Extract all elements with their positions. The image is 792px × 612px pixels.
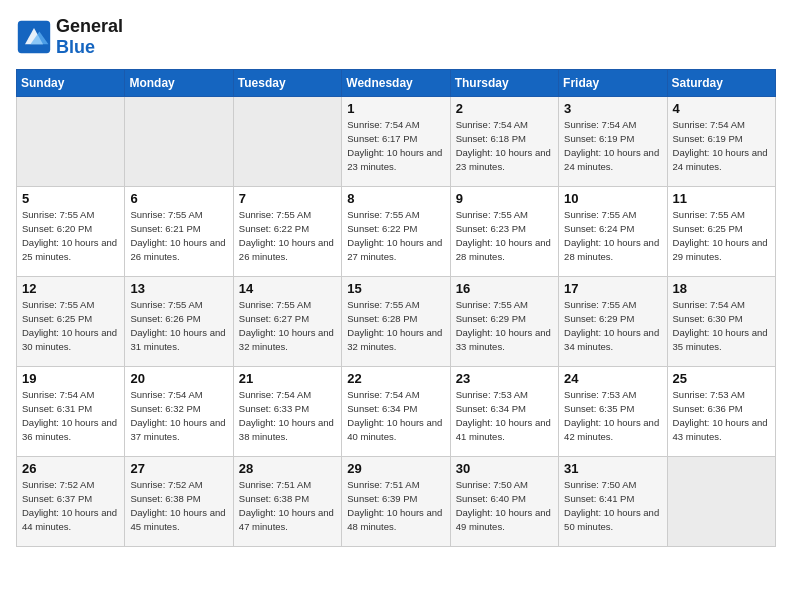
day-info: Sunrise: 7:55 AMSunset: 6:27 PMDaylight:…	[239, 298, 336, 353]
day-number: 28	[239, 461, 336, 476]
day-info: Sunrise: 7:54 AMSunset: 6:30 PMDaylight:…	[673, 298, 770, 353]
calendar-cell: 19Sunrise: 7:54 AMSunset: 6:31 PMDayligh…	[17, 367, 125, 457]
calendar-cell: 30Sunrise: 7:50 AMSunset: 6:40 PMDayligh…	[450, 457, 558, 547]
day-info: Sunrise: 7:51 AMSunset: 6:39 PMDaylight:…	[347, 478, 444, 533]
logo-text-line2: Blue	[56, 37, 123, 58]
day-info: Sunrise: 7:55 AMSunset: 6:29 PMDaylight:…	[456, 298, 553, 353]
calendar-cell: 14Sunrise: 7:55 AMSunset: 6:27 PMDayligh…	[233, 277, 341, 367]
day-info: Sunrise: 7:50 AMSunset: 6:41 PMDaylight:…	[564, 478, 661, 533]
day-info: Sunrise: 7:52 AMSunset: 6:38 PMDaylight:…	[130, 478, 227, 533]
calendar-cell: 15Sunrise: 7:55 AMSunset: 6:28 PMDayligh…	[342, 277, 450, 367]
day-info: Sunrise: 7:53 AMSunset: 6:34 PMDaylight:…	[456, 388, 553, 443]
calendar-cell: 31Sunrise: 7:50 AMSunset: 6:41 PMDayligh…	[559, 457, 667, 547]
day-info: Sunrise: 7:55 AMSunset: 6:24 PMDaylight:…	[564, 208, 661, 263]
calendar-cell: 4Sunrise: 7:54 AMSunset: 6:19 PMDaylight…	[667, 97, 775, 187]
day-number: 26	[22, 461, 119, 476]
calendar-cell: 23Sunrise: 7:53 AMSunset: 6:34 PMDayligh…	[450, 367, 558, 457]
calendar-cell: 17Sunrise: 7:55 AMSunset: 6:29 PMDayligh…	[559, 277, 667, 367]
calendar-week-row: 19Sunrise: 7:54 AMSunset: 6:31 PMDayligh…	[17, 367, 776, 457]
day-info: Sunrise: 7:54 AMSunset: 6:19 PMDaylight:…	[564, 118, 661, 173]
day-number: 1	[347, 101, 444, 116]
calendar-cell: 2Sunrise: 7:54 AMSunset: 6:18 PMDaylight…	[450, 97, 558, 187]
calendar-cell: 24Sunrise: 7:53 AMSunset: 6:35 PMDayligh…	[559, 367, 667, 457]
day-number: 12	[22, 281, 119, 296]
day-info: Sunrise: 7:54 AMSunset: 6:31 PMDaylight:…	[22, 388, 119, 443]
day-number: 11	[673, 191, 770, 206]
weekday-header-wednesday: Wednesday	[342, 70, 450, 97]
day-info: Sunrise: 7:54 AMSunset: 6:19 PMDaylight:…	[673, 118, 770, 173]
calendar-cell	[667, 457, 775, 547]
calendar-cell: 7Sunrise: 7:55 AMSunset: 6:22 PMDaylight…	[233, 187, 341, 277]
day-number: 7	[239, 191, 336, 206]
calendar-cell	[17, 97, 125, 187]
calendar-table: SundayMondayTuesdayWednesdayThursdayFrid…	[16, 69, 776, 547]
day-number: 6	[130, 191, 227, 206]
weekday-header-friday: Friday	[559, 70, 667, 97]
calendar-cell: 11Sunrise: 7:55 AMSunset: 6:25 PMDayligh…	[667, 187, 775, 277]
weekday-header-thursday: Thursday	[450, 70, 558, 97]
day-info: Sunrise: 7:51 AMSunset: 6:38 PMDaylight:…	[239, 478, 336, 533]
calendar-cell: 8Sunrise: 7:55 AMSunset: 6:22 PMDaylight…	[342, 187, 450, 277]
day-number: 19	[22, 371, 119, 386]
calendar-cell: 27Sunrise: 7:52 AMSunset: 6:38 PMDayligh…	[125, 457, 233, 547]
calendar-cell: 21Sunrise: 7:54 AMSunset: 6:33 PMDayligh…	[233, 367, 341, 457]
day-info: Sunrise: 7:55 AMSunset: 6:28 PMDaylight:…	[347, 298, 444, 353]
day-info: Sunrise: 7:54 AMSunset: 6:32 PMDaylight:…	[130, 388, 227, 443]
calendar-cell: 29Sunrise: 7:51 AMSunset: 6:39 PMDayligh…	[342, 457, 450, 547]
calendar-cell	[233, 97, 341, 187]
day-number: 18	[673, 281, 770, 296]
day-number: 4	[673, 101, 770, 116]
day-info: Sunrise: 7:55 AMSunset: 6:23 PMDaylight:…	[456, 208, 553, 263]
day-info: Sunrise: 7:50 AMSunset: 6:40 PMDaylight:…	[456, 478, 553, 533]
calendar-cell: 10Sunrise: 7:55 AMSunset: 6:24 PMDayligh…	[559, 187, 667, 277]
calendar-cell: 9Sunrise: 7:55 AMSunset: 6:23 PMDaylight…	[450, 187, 558, 277]
day-number: 10	[564, 191, 661, 206]
day-info: Sunrise: 7:53 AMSunset: 6:36 PMDaylight:…	[673, 388, 770, 443]
day-number: 8	[347, 191, 444, 206]
logo-icon	[16, 19, 52, 55]
calendar-cell: 28Sunrise: 7:51 AMSunset: 6:38 PMDayligh…	[233, 457, 341, 547]
weekday-header-sunday: Sunday	[17, 70, 125, 97]
calendar-cell: 1Sunrise: 7:54 AMSunset: 6:17 PMDaylight…	[342, 97, 450, 187]
day-number: 29	[347, 461, 444, 476]
calendar-week-row: 1Sunrise: 7:54 AMSunset: 6:17 PMDaylight…	[17, 97, 776, 187]
day-info: Sunrise: 7:55 AMSunset: 6:26 PMDaylight:…	[130, 298, 227, 353]
calendar-cell: 22Sunrise: 7:54 AMSunset: 6:34 PMDayligh…	[342, 367, 450, 457]
day-number: 5	[22, 191, 119, 206]
calendar-cell: 5Sunrise: 7:55 AMSunset: 6:20 PMDaylight…	[17, 187, 125, 277]
day-number: 15	[347, 281, 444, 296]
day-number: 20	[130, 371, 227, 386]
day-number: 24	[564, 371, 661, 386]
calendar-cell: 12Sunrise: 7:55 AMSunset: 6:25 PMDayligh…	[17, 277, 125, 367]
weekday-header-monday: Monday	[125, 70, 233, 97]
logo-text-line1: General	[56, 16, 123, 37]
calendar-cell: 20Sunrise: 7:54 AMSunset: 6:32 PMDayligh…	[125, 367, 233, 457]
calendar-cell: 6Sunrise: 7:55 AMSunset: 6:21 PMDaylight…	[125, 187, 233, 277]
day-number: 23	[456, 371, 553, 386]
day-info: Sunrise: 7:55 AMSunset: 6:25 PMDaylight:…	[22, 298, 119, 353]
calendar-cell: 3Sunrise: 7:54 AMSunset: 6:19 PMDaylight…	[559, 97, 667, 187]
day-info: Sunrise: 7:55 AMSunset: 6:22 PMDaylight:…	[347, 208, 444, 263]
day-info: Sunrise: 7:54 AMSunset: 6:18 PMDaylight:…	[456, 118, 553, 173]
calendar-week-row: 5Sunrise: 7:55 AMSunset: 6:20 PMDaylight…	[17, 187, 776, 277]
day-info: Sunrise: 7:55 AMSunset: 6:20 PMDaylight:…	[22, 208, 119, 263]
calendar-week-row: 12Sunrise: 7:55 AMSunset: 6:25 PMDayligh…	[17, 277, 776, 367]
day-info: Sunrise: 7:54 AMSunset: 6:33 PMDaylight:…	[239, 388, 336, 443]
day-number: 17	[564, 281, 661, 296]
day-info: Sunrise: 7:55 AMSunset: 6:21 PMDaylight:…	[130, 208, 227, 263]
day-info: Sunrise: 7:55 AMSunset: 6:29 PMDaylight:…	[564, 298, 661, 353]
day-number: 27	[130, 461, 227, 476]
day-number: 16	[456, 281, 553, 296]
day-info: Sunrise: 7:55 AMSunset: 6:22 PMDaylight:…	[239, 208, 336, 263]
day-info: Sunrise: 7:54 AMSunset: 6:34 PMDaylight:…	[347, 388, 444, 443]
day-info: Sunrise: 7:55 AMSunset: 6:25 PMDaylight:…	[673, 208, 770, 263]
day-number: 2	[456, 101, 553, 116]
day-number: 31	[564, 461, 661, 476]
calendar-week-row: 26Sunrise: 7:52 AMSunset: 6:37 PMDayligh…	[17, 457, 776, 547]
day-number: 9	[456, 191, 553, 206]
day-number: 13	[130, 281, 227, 296]
day-number: 3	[564, 101, 661, 116]
calendar-cell: 13Sunrise: 7:55 AMSunset: 6:26 PMDayligh…	[125, 277, 233, 367]
calendar-cell: 18Sunrise: 7:54 AMSunset: 6:30 PMDayligh…	[667, 277, 775, 367]
day-info: Sunrise: 7:54 AMSunset: 6:17 PMDaylight:…	[347, 118, 444, 173]
